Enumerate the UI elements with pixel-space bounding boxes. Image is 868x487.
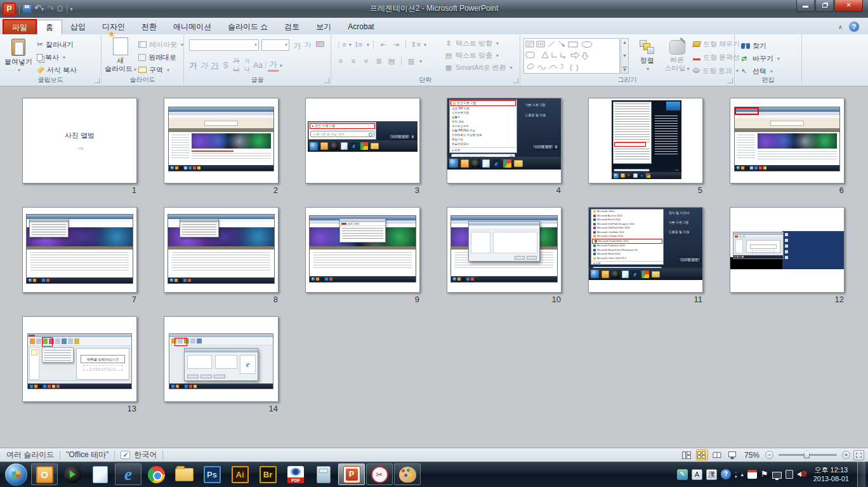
slideshow-view-button[interactable] [727,450,739,460]
slide-thumbnail-4[interactable]: 보조프로그램 삼성 SW 모음시작프로그램알툴즈유지 관리이스트소프트인텔 PR… [447,98,562,195]
grow-font-button[interactable]: 가 [292,41,303,51]
slide-thumbnail-1[interactable]: 사진 앨범 - YG 1 [22,98,137,195]
distribute-icon[interactable]: ▤ [386,57,397,65]
find-button[interactable]: 찾기 [741,40,766,51]
menu-item[interactable]: 한글과컴퓨터 [450,142,516,146]
taskbar-photoshop[interactable]: Ps [199,464,225,485]
align-right-icon[interactable]: ≡ [360,57,372,65]
cut-button[interactable]: ✂잘라내기 [37,39,74,50]
dialog-launcher-icon[interactable] [513,78,518,83]
startmenu-link[interactable]: 도움말 및 지원 [523,112,560,117]
taskbar-outlook[interactable]: O [31,464,58,485]
paste-button[interactable]: 붙여넣기▾ [4,39,33,74]
tab-file[interactable]: 파일 [3,19,37,34]
reading-view-button[interactable] [711,450,723,460]
ribbon-tab[interactable]: 애니메이션 [165,20,220,34]
align-text-button[interactable]: ▤텍스트 맞춤▾ [444,50,512,60]
slide-thumbnail-9[interactable]: 9 [305,207,420,304]
section-button[interactable]: 구역▾ [138,64,169,76]
columns-icon[interactable]: ▥ [405,57,417,65]
menu-item[interactable]: 삼성 SW 모음 [450,106,516,110]
slide-thumbnail-11[interactable]: Microsoft OfficeMicrosoft Access 2010Mic… [588,207,703,304]
zoom-level-label[interactable]: 75% [744,451,760,460]
dialog-launcher-icon[interactable] [324,78,329,83]
ribbon-tab[interactable]: 보기 [308,20,339,34]
ribbon-tab[interactable]: Acrobat [339,20,382,34]
font-size-combo[interactable] [261,39,289,51]
taskbar-internet-explorer[interactable]: e [115,464,141,485]
numbering-icon[interactable]: 1≡ [353,41,364,48]
menu-item[interactable]: 시작프로그램 [450,110,516,115]
slide-thumbnail-6[interactable]: 6 [730,98,845,195]
clear-formatting-icon[interactable] [316,41,324,47]
restore-button[interactable] [815,0,834,12]
menu-item[interactable]: Microsoft Office 2010 도구 [591,257,663,261]
slide-sorter-view-button[interactable] [696,450,708,460]
help-icon[interactable]: ? [849,22,859,32]
menu-item[interactable]: 파일구리 [450,137,516,142]
slide-thumbnail-14[interactable]: e 14 [164,316,279,413]
slide-thumbnail-12[interactable]: 12 [730,207,845,304]
format-painter-button[interactable]: 서식 복사 [37,64,77,76]
slide-thumbnail-7[interactable]: 7 [22,207,137,304]
volume-muted-icon[interactable]: ⊘ [797,470,807,479]
gallery-expand-icon[interactable]: ▼ [622,67,627,72]
taskbar-calculator[interactable] [310,464,337,485]
underline-button[interactable]: 가 [209,60,220,71]
bullets-icon[interactable]: ⋮≡ [335,41,346,49]
layout-button[interactable]: 레이아웃▾ [138,39,183,50]
startmenu-link[interactable]: 도움말 및 지원 [666,229,701,234]
minimize-button[interactable] [796,0,815,12]
slide-thumbnail-13[interactable]: 제목을 입력하십시오 부제목을 입력하십시오 13 [22,316,137,413]
theme-label[interactable]: "Office 테마" [66,450,109,460]
shutdown-button[interactable]: 시스템 종료 [679,252,700,264]
network-icon[interactable] [772,472,782,479]
strikethrough-button[interactable]: 가나 [231,57,242,74]
normal-view-button[interactable] [681,450,693,460]
search-box[interactable] [614,169,650,171]
zoom-out-button[interactable]: − [765,451,773,459]
shutdown-button[interactable]: 시스템 종료▸ [389,129,415,140]
shapes-scrollbar[interactable]: ▲ ▼ ▼ [621,38,629,74]
action-center-icon[interactable]: ⚑ [761,470,768,479]
spellcheck-icon[interactable]: ✓ [121,451,130,459]
text-shadow-button[interactable]: S [220,61,231,70]
increase-indent-icon[interactable]: ⇥ [390,41,402,49]
taskbar-paint[interactable] [394,464,421,485]
ribbon-tab[interactable]: 홈 [37,20,62,34]
slide-sorter-area[interactable]: 사진 앨범 - YG 1 [0,87,868,448]
zoom-in-button[interactable]: + [842,451,850,459]
line-spacing-icon[interactable]: ⇕≡ [410,41,421,49]
taskbar-chrome[interactable] [143,464,169,485]
ribbon-tab[interactable]: 삽입 [62,20,94,34]
align-left-icon[interactable]: ≡ [335,57,346,65]
ribbon-tab[interactable]: 슬라이드 쇼 [220,20,276,34]
decrease-indent-icon[interactable]: ⇤ [378,41,389,49]
quick-styles-button[interactable]: 빠른 스타일▾ [662,40,692,73]
menu-item[interactable]: 유지 관리 [450,119,516,124]
slide-thumbnail-2[interactable]: 2 [164,98,279,195]
menu-item[interactable]: 인하대학교 무선랜 접속 [450,133,516,137]
taskbar-pdf-viewer[interactable]: PDF [282,464,309,485]
title-bar[interactable]: P ↶▾ ↷ Ω ▾ 프레젠테이션2 - Microsoft PowerPoin… [0,0,868,18]
justify-icon[interactable]: ≣ [373,57,385,65]
start-button[interactable] [5,464,27,486]
calendar-tray-icon[interactable] [747,470,757,479]
ribbon-tab[interactable]: 검토 [276,20,308,34]
taskbar-powerpoint[interactable]: P [338,464,365,485]
taskbar-snipping-tool[interactable]: ✂ [366,464,393,485]
scroll-down-icon[interactable]: ▼ [622,53,627,58]
bold-button[interactable]: 가 [188,60,199,71]
menu-item[interactable]: 이스트소프트 [450,124,516,128]
change-case-button[interactable]: Aa [253,61,263,70]
minimize-ribbon-icon[interactable]: ∧ [838,23,843,30]
zoom-slider[interactable] [779,454,837,456]
ime-latin-icon[interactable]: A [692,469,702,480]
language-bar-options-icon[interactable]: ▫▾ [735,470,737,479]
language-label[interactable]: 한국어 [134,450,157,460]
shapes-gallery[interactable]: { } [523,38,620,74]
show-hidden-icons-icon[interactable]: ▴ [741,471,744,477]
arrange-button[interactable]: 정렬▾ [633,40,661,73]
dialog-launcher-icon[interactable] [95,78,100,83]
ribbon-tab[interactable]: 전환 [133,20,165,34]
